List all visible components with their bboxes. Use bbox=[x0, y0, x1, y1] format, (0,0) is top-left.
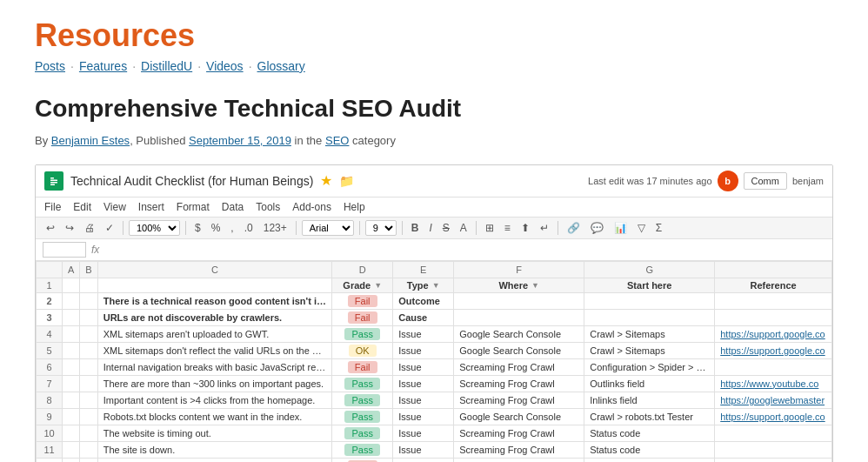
menu-tools[interactable]: Tools bbox=[256, 199, 280, 215]
nav-posts[interactable]: Posts bbox=[35, 59, 65, 73]
zoom-select[interactable]: 100% bbox=[129, 220, 180, 236]
filter-button[interactable]: ▽ bbox=[634, 220, 649, 236]
svg-rect-4 bbox=[50, 184, 55, 185]
comma-button[interactable]: , bbox=[227, 220, 237, 236]
table-row: 10The website is timing out.PassIssueScr… bbox=[37, 425, 832, 441]
nav-features[interactable]: Features bbox=[79, 59, 127, 73]
link-button[interactable]: 🔗 bbox=[564, 220, 584, 236]
ref-link[interactable]: https://support.google.co bbox=[720, 329, 825, 339]
col-header-g[interactable]: G bbox=[584, 261, 715, 278]
col-header-b[interactable]: B bbox=[80, 261, 97, 278]
strikethrough-button[interactable]: S bbox=[439, 220, 453, 236]
svg-rect-2 bbox=[50, 179, 57, 181]
decimal-button[interactable]: .0 bbox=[241, 220, 257, 236]
nav-distilledu[interactable]: DistilledU bbox=[141, 59, 192, 73]
font-select[interactable]: Arial bbox=[302, 220, 354, 236]
star-icon[interactable]: ★ bbox=[320, 172, 332, 189]
col-d-grade: Pass bbox=[332, 392, 393, 408]
undo-button[interactable]: ↩ bbox=[43, 220, 58, 236]
fontsize-select[interactable]: 9 bbox=[365, 220, 397, 236]
col-header-f[interactable]: F bbox=[454, 261, 584, 278]
col-f-where: Google Search Console bbox=[454, 408, 584, 425]
nav-videos[interactable]: Videos bbox=[206, 59, 244, 73]
col-g-start-here bbox=[584, 292, 715, 309]
chart-button[interactable]: 📊 bbox=[611, 220, 631, 236]
col-c-description: XML sitemaps don't reflect the valid URL… bbox=[97, 342, 332, 358]
wrap-button[interactable]: ↵ bbox=[537, 220, 552, 236]
col-e-type: Issue bbox=[393, 325, 454, 342]
col-c-description: XML sitemaps aren't uploaded to GWT. bbox=[97, 325, 332, 342]
date-link[interactable]: September 15, 2019 bbox=[189, 134, 291, 147]
italic-button[interactable]: I bbox=[425, 220, 435, 236]
row-num: 9 bbox=[37, 408, 63, 425]
sheets-icon bbox=[44, 171, 63, 191]
username-label: benjam bbox=[792, 176, 824, 186]
col-a bbox=[63, 392, 80, 408]
col-e-type: Cause bbox=[393, 458, 454, 462]
toolbar-sep-4 bbox=[359, 221, 360, 235]
byline: By Benjamin Estes, Published September 1… bbox=[35, 134, 833, 147]
col-header-a[interactable]: A bbox=[63, 261, 80, 278]
col-header-c[interactable]: C bbox=[97, 261, 332, 278]
col-b bbox=[80, 392, 97, 408]
row-num: 1 bbox=[37, 278, 63, 292]
currency-button[interactable]: $ bbox=[191, 220, 204, 236]
category-link[interactable]: SEO bbox=[325, 134, 349, 147]
ref-link[interactable]: https://support.google.co bbox=[720, 412, 825, 422]
decimal2-button[interactable]: 123+ bbox=[260, 220, 290, 236]
col-ref: https://support.google.co bbox=[715, 342, 832, 358]
menu-insert[interactable]: Insert bbox=[138, 199, 164, 215]
menu-format[interactable]: Format bbox=[177, 199, 210, 215]
col-b bbox=[80, 278, 97, 292]
ref-link[interactable]: https://support.google.co bbox=[720, 345, 825, 356]
table-row: 7There are more than ~300 links on impor… bbox=[37, 375, 832, 392]
ref-link[interactable]: https://googlewebmaster bbox=[720, 395, 825, 405]
col-b bbox=[80, 425, 97, 441]
svg-rect-1 bbox=[50, 177, 54, 179]
menu-addons[interactable]: Add-ons bbox=[292, 199, 331, 215]
where-header[interactable]: Where ▼ bbox=[459, 280, 578, 291]
author-link[interactable]: Benjamin Estes bbox=[51, 134, 130, 147]
grade-header[interactable]: Grade ▼ bbox=[337, 280, 387, 291]
row-num: 12 bbox=[37, 458, 63, 462]
percent-button[interactable]: % bbox=[208, 220, 224, 236]
col-c-description: There are more than ~300 links on import… bbox=[97, 375, 332, 392]
valign-button[interactable]: ⬆ bbox=[517, 220, 533, 236]
toolbar-sep-6 bbox=[476, 221, 477, 235]
cell-ref-input[interactable] bbox=[43, 242, 86, 258]
spell-check-button[interactable]: ✓ bbox=[102, 220, 117, 236]
menu-data[interactable]: Data bbox=[222, 199, 244, 215]
align-button[interactable]: ≡ bbox=[501, 220, 514, 236]
print-button[interactable]: 🖨 bbox=[81, 220, 98, 236]
comments-button[interactable]: Comm bbox=[744, 172, 787, 190]
text-color-button[interactable]: A bbox=[457, 220, 471, 236]
col-header-d[interactable]: D bbox=[332, 261, 393, 278]
function-button[interactable]: Σ bbox=[652, 220, 665, 236]
ss-menubar: File Edit View Insert Format Data Tools … bbox=[36, 198, 832, 218]
col-c-description: The site is down. bbox=[97, 441, 332, 458]
redo-button[interactable]: ↪ bbox=[62, 220, 77, 236]
col-f-where: Screaming Frog Crawl bbox=[454, 358, 584, 375]
col-c-description bbox=[97, 278, 332, 292]
col-f-where: Where ▼ bbox=[454, 278, 584, 292]
grade-badge: Pass bbox=[344, 444, 379, 456]
comment-button[interactable]: 💬 bbox=[587, 220, 607, 236]
nav-sep-4: · bbox=[249, 59, 252, 73]
menu-help[interactable]: Help bbox=[344, 199, 365, 215]
col-header-ref[interactable] bbox=[715, 261, 832, 278]
col-g-start-here: Inlinks field bbox=[584, 392, 715, 408]
type-header[interactable]: Type ▼ bbox=[398, 280, 448, 291]
start-here-header[interactable]: Start here bbox=[590, 280, 709, 291]
merge-button[interactable]: ⊞ bbox=[482, 220, 497, 236]
col-g-start-here: Crawl > Sitemaps bbox=[584, 342, 715, 358]
col-c-description: URLs are not discoverable by crawlers. bbox=[97, 309, 332, 325]
menu-edit[interactable]: Edit bbox=[73, 199, 91, 215]
menu-view[interactable]: View bbox=[103, 199, 126, 215]
formula-input[interactable] bbox=[104, 244, 825, 256]
ref-link[interactable]: https://www.youtube.co bbox=[720, 378, 818, 389]
folder-icon[interactable]: 📁 bbox=[339, 174, 354, 188]
nav-glossary[interactable]: Glossary bbox=[257, 59, 305, 73]
menu-file[interactable]: File bbox=[44, 199, 61, 215]
col-header-e[interactable]: E bbox=[393, 261, 454, 278]
bold-button[interactable]: B bbox=[408, 220, 423, 236]
